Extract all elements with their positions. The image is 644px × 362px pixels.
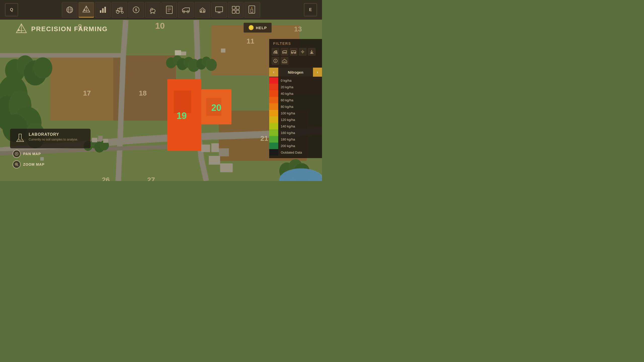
svg-rect-48 <box>221 49 225 53</box>
svg-rect-84 <box>216 7 223 12</box>
svg-rect-46 <box>175 50 181 55</box>
laboratory-title: LABORATORY <box>29 132 78 137</box>
svg-rect-75 <box>166 6 172 14</box>
legend-color-3 <box>269 97 278 103</box>
filters-title: FILTERS <box>269 39 322 47</box>
nav-animals[interactable] <box>145 2 160 18</box>
legend-color-6 <box>269 116 278 123</box>
nav-transport[interactable] <box>178 2 194 18</box>
legend-color-10 <box>269 143 278 149</box>
legend-row-3: 60 kg/ha <box>269 97 322 103</box>
pan-map-icon <box>13 150 21 158</box>
legend-row-11: Outdated Data <box>269 149 322 156</box>
q-button[interactable]: Q <box>5 3 18 16</box>
nav-tractor[interactable] <box>112 2 127 18</box>
legend-row-8: 160 kg/ha <box>269 129 322 136</box>
filter-download-btn[interactable] <box>308 48 315 56</box>
svg-rect-41 <box>220 163 233 172</box>
nav-equipment[interactable] <box>195 2 210 18</box>
nav-money[interactable]: $ <box>128 2 144 18</box>
legend-label-5: 100 kg/ha <box>278 111 295 115</box>
laboratory-subtitle: Currently no soil samples to analyse. <box>29 138 78 141</box>
pan-map-label: PAN MAP <box>23 152 41 156</box>
legend-label-11: Outdated Data <box>278 151 302 154</box>
legend-row-7: 140 kg/ha <box>269 123 322 129</box>
svg-rect-88 <box>236 6 239 9</box>
e-button[interactable]: E <box>304 3 317 16</box>
legend-label-10: 200 kg/ha <box>278 144 295 148</box>
svg-text:i: i <box>275 60 276 62</box>
filter-info-btn[interactable]: i <box>272 57 279 65</box>
legend-label-0: 0 kg/ha <box>278 79 292 82</box>
svg-rect-114 <box>284 61 285 63</box>
legend-label-8: 160 kg/ha <box>278 131 295 135</box>
legend-label-1: 20 kg/ha <box>278 85 293 89</box>
legend-label-9: 180 kg/ha <box>278 138 295 141</box>
legend-row-6: 120 kg/ha <box>269 116 322 123</box>
svg-rect-45 <box>112 140 116 144</box>
zoom-map-button[interactable]: ZOOM MAP <box>13 160 45 168</box>
nitrogen-nav: ‹ Nitrogen › <box>269 68 322 77</box>
svg-point-23 <box>206 59 217 71</box>
help-label: HELP <box>256 26 267 30</box>
svg-point-103 <box>283 52 284 54</box>
filter-truck-btn[interactable] <box>290 48 297 56</box>
legend-color-2 <box>269 90 278 97</box>
precision-farming-label: PRECISION FARMING <box>31 25 108 33</box>
filter-home-btn[interactable] <box>281 57 288 65</box>
filter-vehicle-btn[interactable] <box>281 48 288 56</box>
svg-point-58 <box>84 9 85 11</box>
coin-icon: 🪙 <box>248 25 254 30</box>
nav-info[interactable] <box>245 2 260 18</box>
legend-color-5 <box>269 110 278 116</box>
svg-rect-38 <box>211 143 219 152</box>
nitrogen-label: Nitrogen <box>278 68 313 76</box>
nitrogen-prev-button[interactable]: ‹ <box>269 68 278 77</box>
svg-rect-93 <box>251 9 253 13</box>
zoom-map-label: ZOOM MAP <box>23 162 45 166</box>
nav-stats[interactable] <box>95 2 111 18</box>
legend-color-9 <box>269 136 278 143</box>
nav-globe[interactable] <box>62 2 77 18</box>
legend-label-7: 140 kg/ha <box>278 124 295 128</box>
filter-icons-row: i <box>269 47 322 67</box>
legend-row-10: 200 kg/ha <box>269 143 322 149</box>
zoom-map-icon <box>13 160 21 168</box>
svg-point-104 <box>285 52 287 54</box>
legend-container: 0 kg/ha20 kg/ha40 kg/ha60 kg/ha80 kg/ha1… <box>269 77 322 156</box>
svg-point-109 <box>302 51 303 53</box>
legend-row-4: 80 kg/ha <box>269 103 322 110</box>
svg-point-92 <box>251 7 252 8</box>
legend-color-8 <box>269 129 278 136</box>
nitrogen-next-button[interactable]: › <box>313 68 322 77</box>
filter-tractor-btn[interactable] <box>272 48 279 56</box>
filter-settings-btn[interactable] <box>299 48 306 56</box>
legend-row-2: 40 kg/ha <box>269 90 322 97</box>
legend-row-5: 100 kg/ha <box>269 110 322 116</box>
svg-rect-33 <box>167 79 201 151</box>
svg-rect-44 <box>103 139 108 143</box>
svg-rect-60 <box>102 8 104 13</box>
svg-rect-87 <box>232 6 235 9</box>
precision-farming-logo-icon <box>15 23 28 35</box>
nav-modules[interactable] <box>228 2 244 18</box>
legend-color-7 <box>269 123 278 129</box>
svg-rect-34 <box>174 90 191 113</box>
legend-label-4: 80 kg/ha <box>278 105 293 109</box>
legend-color-1 <box>269 84 278 90</box>
svg-rect-59 <box>100 10 101 13</box>
legend-color-0 <box>269 77 278 84</box>
legend-row-0: 0 kg/ha <box>269 77 322 84</box>
svg-rect-91 <box>249 6 255 13</box>
pan-map-button[interactable]: PAN MAP <box>13 150 45 158</box>
svg-rect-61 <box>104 7 106 13</box>
top-nav: Q <box>0 0 322 20</box>
nav-computer[interactable] <box>211 2 227 18</box>
svg-rect-47 <box>181 52 186 55</box>
nav-precision-farming[interactable] <box>78 2 94 18</box>
nav-contracts[interactable] <box>162 2 177 18</box>
legend-row-1: 20 kg/ha <box>269 84 322 90</box>
svg-rect-89 <box>232 10 235 13</box>
help-button[interactable]: 🪙 HELP <box>244 23 272 33</box>
svg-text:$: $ <box>135 8 137 12</box>
